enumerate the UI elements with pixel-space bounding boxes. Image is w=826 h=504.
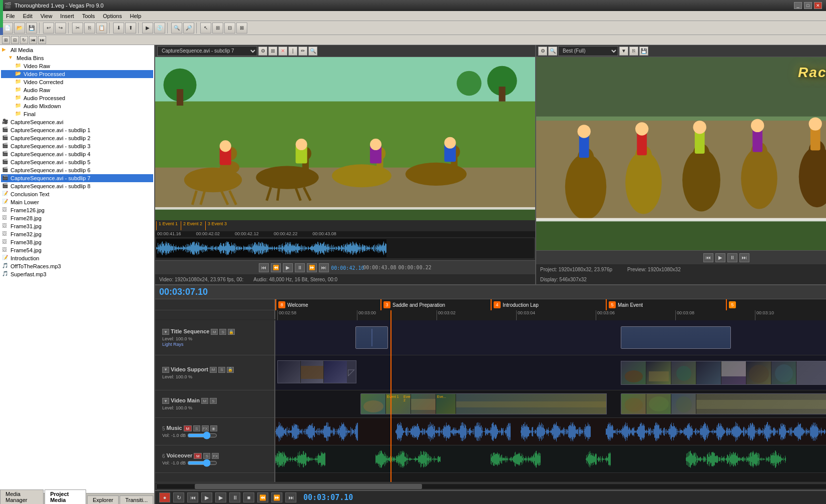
grid-button[interactable]: ⊟	[11, 36, 19, 44]
trim-tool[interactable]: ⊞	[212, 23, 223, 34]
render-button[interactable]: ▶	[142, 23, 153, 34]
transport-pause[interactable]: ⏸	[229, 492, 240, 502]
menu-insert[interactable]: Insert	[56, 12, 78, 20]
export-button[interactable]: ⬆	[125, 23, 136, 34]
clip-title-seq-2[interactable]	[621, 326, 731, 349]
file-frame38[interactable]: 🖼 Frame38.jpg	[1, 238, 153, 246]
tree-video-processed[interactable]: 📂 Video Processed	[1, 70, 153, 78]
tree-audio-raw[interactable]: 📁 Audio Raw	[1, 86, 153, 94]
track1-mute[interactable]: M	[211, 329, 218, 335]
menu-options[interactable]: Options	[99, 12, 126, 20]
tree-final[interactable]: 📁 Final	[1, 110, 153, 118]
track2-expand[interactable]: ▼	[162, 367, 169, 373]
right-go-end[interactable]: ⏭	[739, 253, 749, 262]
step-fwd-button[interactable]: ⏩	[307, 263, 317, 272]
file-conclusion-text[interactable]: 📝 Conclusion Text	[1, 190, 153, 198]
record-button[interactable]: ●	[159, 492, 170, 502]
file-frame54[interactable]: 🖼 Frame54.jpg	[1, 246, 153, 254]
tab-transitions[interactable]: Transiti...	[120, 495, 153, 504]
zoom-in-button[interactable]: 🔍	[171, 23, 182, 34]
transport-loop[interactable]: ↻	[173, 492, 184, 502]
clip-toggle-button[interactable]: ⊞	[268, 47, 277, 56]
tab-project-media[interactable]: Project Media	[45, 489, 86, 504]
tree-video-raw[interactable]: 📁 Video Raw	[1, 62, 153, 70]
track4-fx[interactable]: FX	[202, 425, 209, 431]
loop-button[interactable]: ↻	[20, 36, 28, 44]
file-frame32[interactable]: 🖼 Frame32.jpg	[1, 230, 153, 238]
go-end-button[interactable]: ⏭	[319, 263, 329, 272]
menu-file[interactable]: File	[2, 12, 19, 20]
clip-properties-button[interactable]: ⚙	[258, 47, 267, 56]
file-frame31[interactable]: 🖼 Frame31.jpg	[1, 222, 153, 230]
menu-help[interactable]: Help	[126, 12, 145, 20]
tree-audio-processed[interactable]: 📁 Audio Processed	[1, 94, 153, 102]
track2-solo[interactable]: S	[218, 367, 225, 373]
preview-options-button[interactable]: ▼	[619, 47, 628, 56]
track4-mute[interactable]: M	[184, 425, 192, 431]
cut-button[interactable]: ✂	[72, 23, 83, 34]
menu-edit[interactable]: Edit	[19, 12, 37, 20]
file-superfast[interactable]: 🎵 Superfast.mp3	[1, 270, 153, 278]
file-subclip5[interactable]: 🎬 CaptureSequence.avi - subdlip 5	[1, 158, 153, 166]
postroll-button[interactable]: ⏭	[38, 36, 46, 44]
clip-selector[interactable]: CaptureSequence.avi - subclip 7	[157, 46, 257, 56]
clip-vm-1[interactable]: Event 1 Event 2 Eve...	[360, 393, 621, 414]
burn-button[interactable]: 💿	[154, 23, 165, 34]
close-button[interactable]: ✕	[814, 2, 822, 9]
zoom-out-button[interactable]: 🔎	[183, 23, 194, 34]
select-tool[interactable]: ↖	[200, 23, 211, 34]
clip-vs-1[interactable]: ◸	[275, 360, 358, 385]
quality-selector[interactable]: Best (Full)	[558, 46, 618, 56]
file-captureseq[interactable]: 🎥 CaptureSequence.avi	[1, 118, 153, 126]
file-subclip3[interactable]: 🎬 CaptureSequence.avi - subdlip 3	[1, 142, 153, 150]
tab-media-manager[interactable]: Media Manager	[0, 489, 44, 504]
track3-expand[interactable]: ▼	[162, 398, 169, 404]
zoom-button[interactable]: 🔍	[308, 47, 317, 56]
minimize-button[interactable]: _	[794, 2, 802, 9]
file-introduction[interactable]: 📝 Introduction	[1, 254, 153, 262]
track4-pan[interactable]: ◉	[210, 425, 217, 431]
right-pause[interactable]: ⏸	[727, 253, 737, 262]
file-subclip6[interactable]: 🎬 CaptureSequence.avi - subdlip 6	[1, 166, 153, 174]
new-project-button[interactable]: 📄	[2, 23, 13, 34]
play-button[interactable]: ▶	[283, 263, 293, 272]
save-frame-button[interactable]: 💾	[639, 47, 648, 56]
file-main-lower[interactable]: 📝 Main Lower	[1, 198, 153, 206]
file-subclip1[interactable]: 🎬 CaptureSequence.avi - subdlip 1	[1, 126, 153, 134]
redo-button[interactable]: ↪	[55, 23, 66, 34]
track1-solo[interactable]: S	[219, 329, 226, 335]
track5-mute[interactable]: M	[194, 453, 202, 459]
save-button[interactable]: 💾	[26, 23, 37, 34]
tree-video-corrected[interactable]: 📁 Video Corrected	[1, 78, 153, 86]
paste-button[interactable]: 📋	[96, 23, 107, 34]
right-play[interactable]: ▶	[715, 253, 725, 262]
tree-media-bins[interactable]: ▼ Media Bins	[1, 54, 153, 62]
right-go-start[interactable]: ⏮	[703, 253, 713, 262]
undo-button[interactable]: ↩	[43, 23, 54, 34]
import-button[interactable]: ⬇	[113, 23, 124, 34]
go-start-button[interactable]: ⏮	[259, 263, 269, 272]
track5-solo[interactable]: S	[203, 453, 210, 459]
file-off-to-races[interactable]: 🎵 OffToTheRaces.mp3	[1, 262, 153, 270]
transport-go-end[interactable]: ⏭	[285, 492, 296, 502]
snap-button[interactable]: ⊞	[2, 36, 10, 44]
clip-vm-2[interactable]	[621, 393, 826, 414]
clip-vs-2[interactable]	[621, 360, 826, 385]
file-frame126[interactable]: 🖼 Frame126.jpg	[1, 206, 153, 214]
scroll-thumb[interactable]	[195, 484, 422, 489]
timeline-scrollbar[interactable]	[155, 482, 826, 490]
track5-fx[interactable]: FX	[212, 453, 219, 459]
maximize-button[interactable]: □	[804, 2, 812, 9]
preview-zoom-button[interactable]: 🔍	[548, 47, 557, 56]
track5-vol-slider[interactable]	[187, 461, 217, 465]
track3-mute[interactable]: M	[201, 398, 208, 404]
transport-step-fwd[interactable]: ⏩	[271, 492, 282, 502]
file-frame28[interactable]: 🖼 Frame28.jpg	[1, 214, 153, 222]
markers-button[interactable]: |	[288, 47, 297, 56]
preview-settings-button[interactable]: ⚙	[538, 47, 547, 56]
close-clip-button[interactable]: ✕	[278, 47, 287, 56]
menu-tools[interactable]: Tools	[78, 12, 99, 20]
copy-button[interactable]: ⎘	[84, 23, 95, 34]
track1-expand[interactable]: ▼	[162, 329, 169, 335]
clip-title-seq-1[interactable]	[355, 326, 388, 349]
